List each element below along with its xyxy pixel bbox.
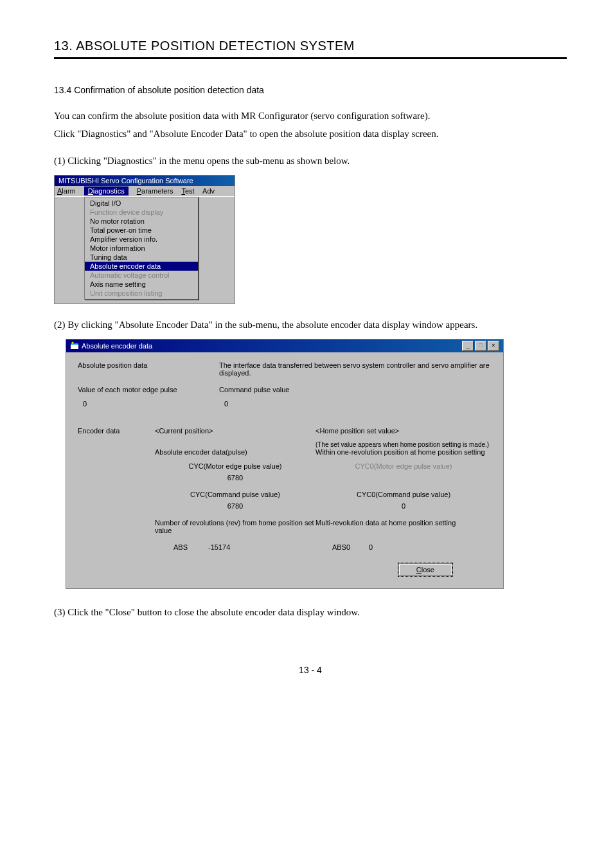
mi-total-power[interactable]: Total power-on time — [85, 226, 198, 235]
cyc-motor-value: 6780 — [155, 474, 315, 482]
cyc-motor-label: CYC(Motor edge pulse value) — [155, 462, 315, 470]
ui-titlebar: MITSUBISHI Servo Configuration Software — [55, 176, 235, 186]
dialog-icon — [70, 341, 79, 350]
menu-alarm[interactable]: AAlarmlarm — [57, 187, 76, 195]
cyc-cmd-value: 6780 — [155, 502, 315, 510]
menu-parameters[interactable]: Parameters — [137, 187, 173, 195]
encoder-data-label: Encoder data — [78, 427, 155, 435]
step-1-text: (1) Clicking "Diagnostics" in the menu o… — [54, 153, 567, 168]
dialog-title-text: Absolute encoder data — [82, 342, 152, 350]
mi-function-device: Function device display — [85, 208, 198, 217]
command-pulse-label: Command pulse value — [219, 386, 492, 393]
svg-rect-1 — [71, 343, 78, 345]
mi-abs-encoder[interactable]: Absolute encoder data — [85, 262, 198, 271]
mi-amp-version[interactable]: Amplifier version info. — [85, 235, 198, 244]
intro-line-2: Click "Diagnostics" and "Absolute Encode… — [54, 126, 567, 141]
mi-motor-info[interactable]: Motor information — [85, 244, 198, 253]
chapter-rule — [54, 57, 567, 59]
intro-line-1: You can confirm the absolute position da… — [54, 108, 567, 123]
menu-screenshot: MITSUBISHI Servo Configuration Software … — [54, 175, 235, 304]
mi-axis-name[interactable]: Axis name setting — [85, 280, 198, 289]
abs-pos-label: Absolute position data — [78, 361, 219, 377]
abs0-value: 0 — [369, 543, 407, 551]
diagnostics-dropdown: Digital I/O Function device display No m… — [84, 197, 199, 300]
abs-value: -15174 — [208, 543, 260, 551]
mi-digital-io[interactable]: Digital I/O — [85, 199, 198, 208]
edge-pulse-value: 0 — [78, 400, 224, 408]
multi-rev-label: Multi-revolution data at home position s… — [315, 519, 492, 534]
dialog-titlebar: Absolute encoder data _ □ × — [66, 339, 503, 352]
home-note: (The set value appears when home positio… — [315, 441, 492, 448]
close-x-button[interactable]: × — [488, 341, 499, 351]
current-position-head: <Current position> — [155, 427, 315, 435]
menu-adv[interactable]: Adv — [202, 187, 215, 195]
cyc0-motor-label: CYC0(Motor edge pulse value) — [315, 462, 492, 470]
maximize-button: □ — [475, 341, 486, 351]
menu-test[interactable]: Test — [181, 187, 194, 195]
step-3-text: (3) Click the "Close" button to close th… — [54, 604, 567, 620]
abs0-label: ABS0 — [315, 543, 367, 551]
cyc0-cmd-value: 0 — [315, 502, 492, 510]
menu-diagnostics[interactable]: Diagnostics — [84, 186, 129, 195]
page-number: 13 - 4 — [54, 665, 567, 675]
mi-tuning-data[interactable]: Tuning data — [85, 253, 198, 262]
command-pulse-value: 0 — [224, 400, 492, 408]
minimize-button[interactable]: _ — [462, 341, 474, 351]
rev-from-home-label: Number of revolutions (rev) from home po… — [155, 519, 315, 534]
section-title: 13.4 Confirmation of absolute position d… — [54, 85, 567, 95]
cyc0-cmd-label: CYC0(Command pulse value) — [315, 491, 492, 498]
svg-point-2 — [72, 342, 74, 344]
edge-pulse-label: Value of each motor edge pulse — [78, 386, 219, 393]
mi-no-motor-rot[interactable]: No motor rotation — [85, 217, 198, 226]
cyc-cmd-label: CYC(Command pulse value) — [155, 491, 315, 498]
abs-label: ABS — [155, 543, 206, 551]
ui-menubar: AAlarmlarm Diagnostics Parameters Test A… — [55, 186, 235, 197]
mi-unit-comp: Unit composition listing — [85, 289, 198, 298]
home-one-rev-label: Within one-revolution position at home p… — [315, 448, 492, 456]
abs-enc-data-label: Absolute encoder data(pulse) — [155, 448, 315, 456]
abs-encoder-dialog: Absolute encoder data _ □ × Absolute pos… — [66, 339, 504, 589]
close-button[interactable]: CCloselose — [398, 563, 453, 577]
chapter-title: 13. ABSOLUTE POSITION DETECTION SYSTEM — [54, 39, 567, 53]
abs-pos-desc: The interface data transferred between s… — [219, 361, 492, 377]
step-2-text: (2) By clicking "Absolute Encoder Data" … — [54, 317, 567, 332]
home-position-head: <Home position set value> — [315, 427, 492, 435]
mi-auto-voltage: Automatic voltage control — [85, 271, 198, 280]
